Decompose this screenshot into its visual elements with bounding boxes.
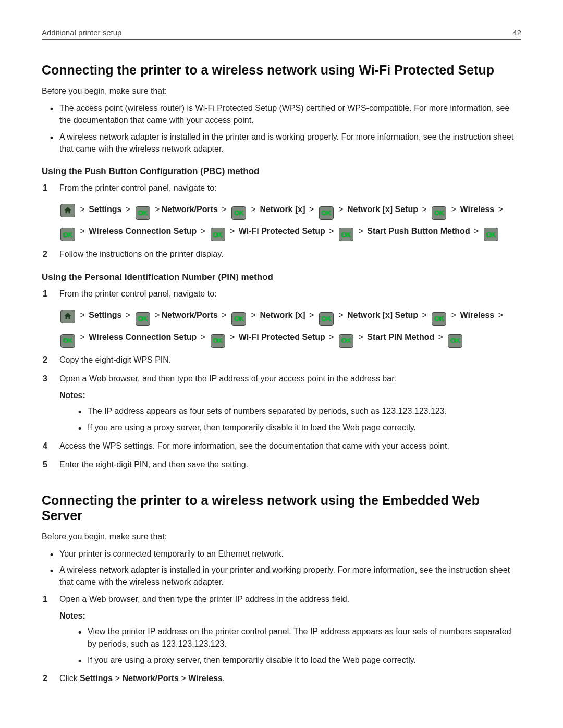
section2-title: Connecting the printer to a wireless net… xyxy=(42,493,521,523)
pin-notes-list: The IP address appears as four sets of n… xyxy=(59,405,521,433)
list-item: If you are using a proxy server, then te… xyxy=(88,422,521,434)
ok-icon: OK xyxy=(231,206,246,220)
ok-icon: OK xyxy=(319,312,334,326)
pbc-step-2: Follow the instructions on the printer d… xyxy=(42,248,521,261)
pbc-step-1: From the printer control panel, navigate… xyxy=(42,182,521,242)
ok-icon: OK xyxy=(484,228,498,241)
list-item: View the printer IP address on the print… xyxy=(88,625,521,649)
ok-icon: OK xyxy=(448,334,462,348)
ews-step-1: Open a Web browser, and then type the pr… xyxy=(42,593,521,666)
section1-bullets: The access point (wireless router) is Wi… xyxy=(42,102,521,155)
header-left: Additional printer setup xyxy=(42,28,121,37)
ok-icon: OK xyxy=(432,206,446,220)
ok-icon: OK xyxy=(211,228,225,241)
list-item: Your printer is connected temporarily to… xyxy=(59,548,521,560)
list-item: A wireless network adapter is installed … xyxy=(59,131,521,155)
ok-icon: OK xyxy=(60,334,75,348)
ok-icon: OK xyxy=(211,334,225,348)
pin-step-3: Open a Web browser, and then type the IP… xyxy=(42,373,521,433)
pbc-steps: From the printer control panel, navigate… xyxy=(42,182,521,261)
pbc-heading: Using the Push Button Configuration (PBC… xyxy=(42,166,521,177)
list-item: If you are using a proxy server, then te… xyxy=(88,654,521,666)
ok-icon: OK xyxy=(231,312,246,326)
pin-step-5: Enter the eight‑digit PIN, and then save… xyxy=(42,459,521,471)
pin-nav-path: > Settings > OK >Network/Ports > OK > Ne… xyxy=(59,304,521,348)
section2-intro: Before you begin, make sure that: xyxy=(42,530,521,542)
page-header: Additional printer setup 42 xyxy=(42,28,521,40)
pin-step-4: Access the WPS settings. For more inform… xyxy=(42,440,521,452)
home-icon xyxy=(60,310,75,323)
pin-steps: From the printer control panel, navigate… xyxy=(42,288,521,471)
ews-notes-list: View the printer IP address on the print… xyxy=(59,625,521,666)
pin-heading: Using the Personal Identification Number… xyxy=(42,272,521,282)
ok-icon: OK xyxy=(432,312,446,326)
list-item: The access point (wireless router) is Wi… xyxy=(59,102,521,126)
section2-bullets: Your printer is connected temporarily to… xyxy=(42,548,521,588)
ok-icon: OK xyxy=(136,312,150,326)
ok-icon: OK xyxy=(319,206,334,220)
ok-icon: OK xyxy=(60,228,75,241)
notes-label: Notes: xyxy=(59,610,521,622)
notes-label: Notes: xyxy=(59,389,521,402)
section1-intro: Before you begin, make sure that: xyxy=(42,85,521,97)
list-item: A wireless network adapter is installed … xyxy=(59,564,521,588)
section1-title: Connecting the printer to a wireless net… xyxy=(42,63,521,78)
header-page-number: 42 xyxy=(512,28,521,37)
pin-step-2: Copy the eight‑digit WPS PIN. xyxy=(42,354,521,366)
list-item: The IP address appears as four sets of n… xyxy=(88,405,521,417)
home-icon xyxy=(60,204,75,217)
ok-icon: OK xyxy=(339,228,353,241)
pin-step-1: From the printer control panel, navigate… xyxy=(42,288,521,348)
ok-icon: OK xyxy=(339,334,353,348)
ok-icon: OK xyxy=(136,206,150,220)
pbc-nav-path: > Settings > OK >Network/Ports > OK > Ne… xyxy=(59,199,521,242)
ews-steps: Open a Web browser, and then type the pr… xyxy=(42,593,521,685)
ews-step-2: Click Settings > Network/Ports > Wireles… xyxy=(42,672,521,685)
